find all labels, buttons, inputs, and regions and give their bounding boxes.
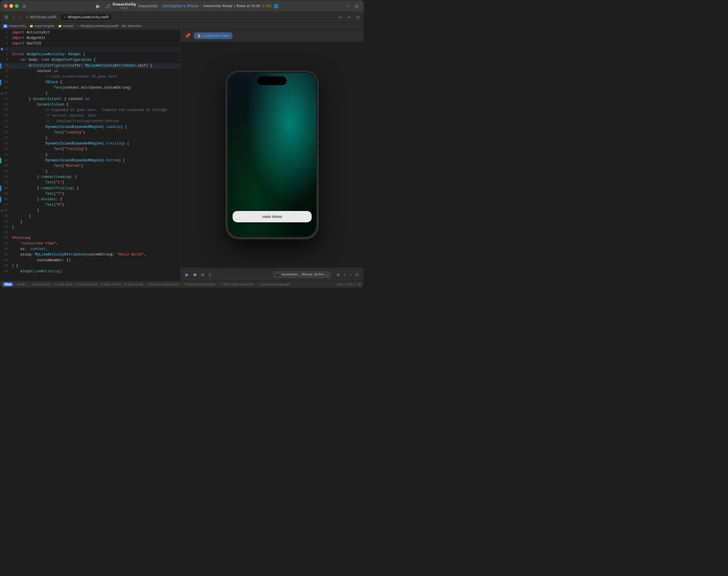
tab-attributes-swift[interactable]: ◇ Attributes.swift bbox=[23, 14, 59, 20]
nav-forward-button[interactable]: › bbox=[17, 14, 22, 20]
warning-count[interactable]: ⚠ 311 bbox=[262, 4, 272, 8]
line-content-21: DynamicIslandExpandedRegion(.trailing) { bbox=[11, 141, 180, 146]
code-line-14: 14 DynamicIsland { bbox=[0, 102, 180, 108]
tab-2-label: WidgetLiveActivity.swift bbox=[67, 15, 109, 19]
assistant-toggle-button[interactable]: ⊡ bbox=[355, 14, 361, 20]
line-content-18: DynamicIslandExpandedRegion(.leading) { bbox=[11, 124, 180, 130]
line-content-32: Text("M") bbox=[11, 202, 180, 208]
app-subtitle: main bbox=[121, 6, 128, 10]
lockscreen-view-button[interactable]: 🔒 Lockscreen View bbox=[194, 33, 232, 39]
panel-toggle-button[interactable]: ⊡ bbox=[358, 283, 361, 287]
sidebar-toggle-button[interactable]: ⊞ bbox=[21, 3, 28, 9]
pin-button[interactable]: 📌 bbox=[184, 32, 192, 39]
swift-file-icon-1: ◇ bbox=[26, 15, 28, 19]
status-hint-2: b prior word bbox=[32, 283, 50, 286]
nav-device[interactable]: Christopher's iPhone bbox=[163, 4, 199, 8]
iphone-side-btn-vol-up bbox=[226, 112, 226, 126]
line-content-27: } compactLeading: { bbox=[11, 174, 180, 180]
titlebar-breadcrumb: liveactivity › Christopher's iPhone › li… bbox=[138, 4, 279, 8]
nav-liveactivity[interactable]: liveactivity bbox=[138, 4, 157, 8]
code-line-27: 27 } compactLeading: { bbox=[0, 174, 180, 180]
run-button[interactable]: ▶ bbox=[94, 2, 102, 10]
code-line-4: 4 bbox=[0, 47, 180, 52]
line-content-4 bbox=[11, 47, 180, 52]
line-num-20: 20 bbox=[0, 136, 11, 141]
gutter-bar-29 bbox=[0, 186, 1, 191]
traffic-lights bbox=[4, 4, 19, 8]
line-content-39: "Lockscreen View", bbox=[11, 241, 180, 247]
preview-canvas: Hello World bbox=[180, 41, 364, 268]
close-button[interactable] bbox=[4, 4, 7, 8]
code-line-31: 31 } minimal: { bbox=[0, 197, 180, 202]
status-hint-6: $ end of line bbox=[125, 283, 143, 286]
tab-widget-live-activity[interactable]: ◇ WidgetLiveActivity.swift bbox=[60, 14, 112, 21]
inspect-preview-button[interactable]: ⟨⟩ bbox=[207, 271, 213, 278]
minimize-button[interactable] bbox=[9, 4, 13, 8]
line-num-37: 37 bbox=[0, 230, 11, 235]
line-num-18: 18 bbox=[0, 124, 11, 130]
zoom-fit-button[interactable]: ⊕ bbox=[335, 271, 342, 278]
path-swift-file[interactable]: WidgetLiveActivity.swift bbox=[81, 24, 118, 28]
main-content: 1 import ActivityKit 2 import WidgetKit … bbox=[0, 30, 364, 281]
code-line-38: 38 #Preview( bbox=[0, 235, 180, 241]
line-content-8: context in bbox=[11, 68, 180, 74]
gutter-bar-24 bbox=[0, 158, 1, 163]
preview-bottom-toolbar: ▶ ⏹ ⊞ ⟨⟩ 📱 Automatic – iPhone 16 Pro ⌄ ⊕… bbox=[180, 268, 364, 281]
line-num-34: 34 bbox=[0, 213, 11, 219]
code-line-9: 9 // Lock screen/banner UI goes here bbox=[0, 74, 180, 80]
line-content-29: } compactTrailing: { bbox=[11, 186, 180, 191]
line-content-14: DynamicIsland { bbox=[11, 102, 180, 108]
tab-1-label: Attributes.swift bbox=[30, 15, 56, 19]
inspector-toggle-button[interactable]: ≡ bbox=[346, 14, 352, 20]
add-tab-button[interactable]: + bbox=[345, 3, 351, 9]
line-num-6: 6 bbox=[0, 57, 11, 63]
titlebar-actions: + ⊞ bbox=[345, 3, 360, 9]
code-line-26: 26 } bbox=[0, 169, 180, 174]
path-widget[interactable]: widget bbox=[63, 24, 74, 28]
line-content-28: Text("L") bbox=[11, 180, 180, 185]
chevron-down-icon: ⌄ bbox=[325, 273, 328, 276]
line-num-11: 11 bbox=[0, 85, 11, 91]
status-hint-4: e end of word bbox=[77, 283, 97, 286]
swift-file-icon-2: ◇ bbox=[64, 15, 66, 19]
line-num-5: 5 bbox=[0, 52, 11, 57]
layout-toggle-button[interactable]: ⊞ bbox=[353, 3, 360, 9]
line-content-38: #Preview( bbox=[11, 235, 180, 241]
grid-preview-button[interactable]: ⊞ bbox=[199, 271, 206, 278]
open-comparison-button[interactable]: ↩ bbox=[337, 14, 344, 20]
nav-back-button[interactable]: ‹ bbox=[11, 14, 16, 20]
line-content-5: struct WidgetLiveActivity: Widget { bbox=[11, 52, 180, 57]
play-preview-button[interactable]: ▶ bbox=[184, 271, 190, 278]
code-line-17: 17 // leading/trailing/center/bottom bbox=[0, 119, 180, 124]
line-num-39: 39 bbox=[0, 241, 11, 247]
maximize-button[interactable] bbox=[15, 4, 19, 8]
line-content-17: // leading/trailing/center/bottom bbox=[11, 119, 180, 124]
status-time: | Today at 15:26 bbox=[234, 4, 260, 8]
app-title: liveactivity bbox=[113, 2, 136, 7]
path-sep-2: › bbox=[56, 24, 57, 28]
path-no-selection: No Selection bbox=[122, 24, 142, 28]
vim-mode-badge: Vim bbox=[3, 283, 13, 286]
path-expo-targets[interactable]: expo.targets bbox=[34, 24, 54, 28]
titlebar: ⊞ ▶ ⎇ liveactivity main liveactivity › C… bbox=[0, 0, 364, 12]
zoom-out-button[interactable]: − bbox=[348, 271, 353, 278]
line-num-32: 32 bbox=[0, 202, 11, 208]
line-num-33: 33 bbox=[0, 208, 11, 213]
code-line-24: 24 DynamicIslandExpandedRegion(.bottom) … bbox=[0, 158, 180, 163]
zoom-actual-button[interactable]: ⊡ bbox=[354, 271, 360, 278]
status-hint-7: f next occurrence of… bbox=[148, 283, 180, 286]
line-content-42: customNumber: 1) bbox=[11, 258, 180, 263]
status-hint-9: ^ first visible character bbox=[220, 283, 254, 286]
path-liveactivity[interactable]: liveactivity bbox=[9, 24, 26, 28]
zoom-controls: ⊕ + − ⊡ bbox=[335, 271, 360, 278]
navigator-toggle-button[interactable]: ⊞ bbox=[3, 13, 10, 21]
code-line-32: 32 Text("M") bbox=[0, 202, 180, 208]
line-num-36: 36 bbox=[0, 225, 11, 230]
stop-preview-button[interactable]: ⏹ bbox=[191, 271, 198, 278]
zoom-in-button[interactable]: + bbox=[342, 271, 347, 278]
line-content-30: Text("T") bbox=[11, 191, 180, 197]
code-editor[interactable]: 1 import ActivityKit 2 import WidgetKit … bbox=[0, 30, 180, 281]
device-selector[interactable]: 📱 Automatic – iPhone 16 Pro ⌄ bbox=[273, 271, 331, 278]
iphone-screen: Hello World bbox=[228, 73, 316, 237]
code-line-19: 19 Text("Leading") bbox=[0, 130, 180, 136]
